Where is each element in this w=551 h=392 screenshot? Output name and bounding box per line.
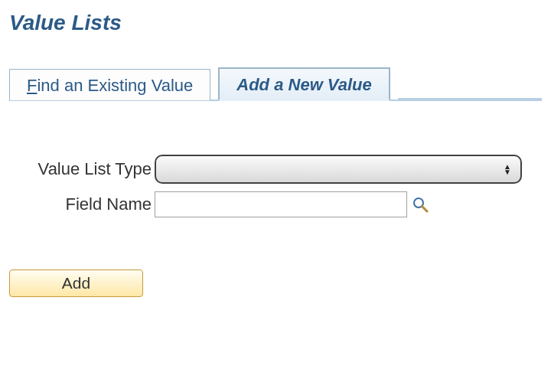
input-field-name[interactable] [155, 191, 407, 217]
tab-find-accesskey: F [27, 76, 37, 95]
chevron-updown-icon: ▲▼ [504, 164, 511, 175]
add-button[interactable]: Add [9, 270, 143, 297]
tab-find-rest: ind an Existing Value [37, 76, 193, 95]
row-field-name: Field Name [9, 191, 542, 217]
select-value-list-type[interactable]: ▲▼ [155, 155, 522, 184]
tab-add-new[interactable]: Add a New Value [218, 67, 390, 101]
search-icon [412, 196, 429, 213]
page-title: Value Lists [9, 11, 542, 35]
label-field-name: Field Name [9, 194, 155, 214]
lookup-field-name[interactable] [412, 196, 429, 213]
tab-row: Find an Existing Value Add a New Value [9, 66, 542, 101]
row-value-list-type: Value List Type ▲▼ [9, 155, 542, 184]
tab-add-label: Add a New Value [236, 75, 371, 94]
svg-line-1 [422, 207, 428, 212]
tab-find-existing[interactable]: Find an Existing Value [9, 69, 210, 100]
label-value-list-type: Value List Type [9, 159, 155, 179]
